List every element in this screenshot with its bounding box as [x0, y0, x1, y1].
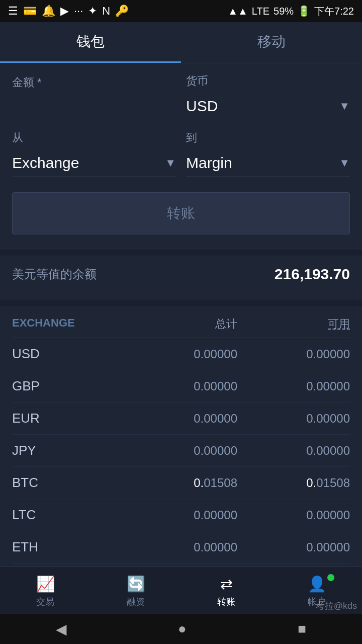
nav-label-trade: 交易 [36, 596, 54, 608]
col-total-header: 总计 [125, 316, 237, 332]
currency-select[interactable]: USD ▼ [186, 93, 350, 120]
from-select[interactable]: Exchange ▼ [12, 149, 176, 177]
table-row: LTC0.000000.00000 [12, 499, 350, 531]
to-label: 到 [186, 130, 350, 145]
currency-label: 货币 [186, 73, 350, 89]
section-label: EXCHANGE [12, 316, 125, 332]
from-arrow-icon: ▼ [165, 156, 176, 170]
currency-total: 0.00000 [125, 347, 237, 361]
account-icon: 👤 [308, 575, 326, 593]
currency-name: ETH [12, 539, 125, 555]
table-row: EUR0.000000.00000 [12, 403, 350, 435]
currency-name: GBP [12, 378, 125, 394]
status-icons-right: ▲▲ LTE 59% 🔋 下午7:22 [228, 5, 354, 18]
to-value: Margin [186, 154, 232, 172]
tab-wallet[interactable]: 钱包 [0, 22, 181, 63]
time-label: 下午7:22 [314, 5, 354, 18]
currency-name: JPY [12, 443, 125, 458]
wallet-icon: 💳 [23, 5, 37, 18]
table-row: BTC0.015080.01508 [12, 467, 350, 499]
balance-label: 美元等值的余额 [12, 266, 97, 282]
key-icon: 🔑 [115, 5, 129, 18]
amount-label: 金额 * [12, 75, 176, 90]
currency-available: 0.00000 [237, 347, 350, 361]
to-select[interactable]: Margin ▼ [186, 149, 350, 177]
nav-item-trade[interactable]: 📈 交易 [0, 575, 90, 608]
from-to-row: 从 Exchange ▼ 到 Margin ▼ [12, 130, 350, 177]
lte-label: LTE [252, 6, 269, 17]
nav-label-finance: 融资 [127, 596, 145, 608]
battery-label: 59% [274, 6, 294, 17]
nav-item-transfer[interactable]: ⇄ 转账 [181, 575, 272, 608]
recents-button[interactable]: ■ [298, 621, 306, 637]
currency-total: 0.01508 [125, 476, 237, 490]
balance-value: 216,193.70 [275, 266, 350, 283]
currency-name: EUR [12, 411, 125, 426]
currency-total: 0.00000 [125, 379, 237, 393]
balance-header: 美元等值的余额 216,193.70 [12, 266, 350, 290]
amount-input[interactable] [12, 94, 176, 120]
to-group: 到 Margin ▼ [186, 130, 350, 177]
watermark: 考拉@kds [316, 600, 357, 612]
back-button[interactable]: ◀ [56, 621, 67, 637]
nfc-icon: N [102, 5, 110, 18]
nav-item-finance[interactable]: 🔄 融资 [90, 575, 181, 608]
currency-name: USD [12, 346, 125, 362]
currency-available: 0.00000 [237, 379, 350, 393]
bell-icon: 🔔 [42, 5, 55, 18]
home-button[interactable]: ● [178, 621, 187, 637]
online-indicator [327, 574, 334, 581]
currency-total: 0.00000 [125, 444, 237, 458]
balance-section: 美元等值的余额 216,193.70 [0, 256, 362, 300]
currency-group: 货币 USD ▼ [186, 73, 350, 120]
ellipsis-icon: ··· [74, 5, 83, 18]
currency-total: 0.00000 [125, 508, 237, 522]
currency-available: 0.00000 [237, 540, 350, 554]
android-nav-bar: ◀ ● ■ [0, 614, 362, 644]
menu-icon: ☰ [8, 5, 18, 18]
finance-icon: 🔄 [127, 575, 145, 593]
currency-total: 0.00000 [125, 540, 237, 554]
currency-value: USD [186, 98, 218, 115]
nav-label-transfer: 转账 [217, 596, 235, 608]
from-value: Exchange [12, 154, 79, 172]
transfer-icon: ⇄ [220, 575, 233, 593]
signal-icon: ▲▲ [228, 6, 248, 17]
trade-icon: 📈 [36, 575, 55, 593]
currency-name: BTC [12, 475, 125, 491]
table-row: GBP0.000000.00000 [12, 370, 350, 403]
amount-currency-row: 金额 * 货币 USD ▼ [12, 73, 350, 120]
to-arrow-icon: ▼ [339, 156, 350, 170]
table-row: USD0.000000.00000 [12, 338, 350, 370]
currency-name: LTC [12, 507, 125, 523]
table-row: JPY0.000000.00000 [12, 435, 350, 467]
currency-available: 0.00000 [237, 508, 350, 522]
transfer-button[interactable]: 转账 [12, 192, 350, 234]
status-icons-left: ☰ 💳 🔔 ▶ ··· ✦ N 🔑 [8, 5, 129, 18]
transfer-form: 金额 * 货币 USD ▼ 从 Exchange ▼ 到 Margin ▼ [0, 63, 362, 250]
currency-arrow-icon: ▼ [339, 100, 350, 113]
status-bar: ☰ 💳 🔔 ▶ ··· ✦ N 🔑 ▲▲ LTE 59% 🔋 下午7:22 [0, 0, 362, 22]
from-label: 从 [12, 130, 176, 145]
bluetooth-icon: ✦ [88, 5, 97, 18]
currency-available: 0.00000 [237, 412, 350, 426]
top-tab-bar: 钱包 移动 [0, 22, 362, 63]
currency-available: 0.01508 [237, 476, 350, 490]
amount-group: 金额 * [12, 75, 176, 120]
currency-total: 0.00000 [125, 412, 237, 426]
table-row: ETH0.000000.00000 [12, 531, 350, 564]
col-avail-header: 可用 [237, 316, 350, 332]
bottom-nav: 📈 交易 🔄 融资 ⇄ 转账 👤 帐户 [0, 567, 362, 614]
currency-available: 0.00000 [237, 444, 350, 458]
exchange-table-header: EXCHANGE 总计 可用 [12, 306, 350, 338]
tab-mobile[interactable]: 移动 [181, 22, 362, 63]
from-group: 从 Exchange ▼ [12, 130, 176, 177]
send-icon: ▶ [60, 5, 69, 18]
battery-icon: 🔋 [298, 5, 310, 17]
